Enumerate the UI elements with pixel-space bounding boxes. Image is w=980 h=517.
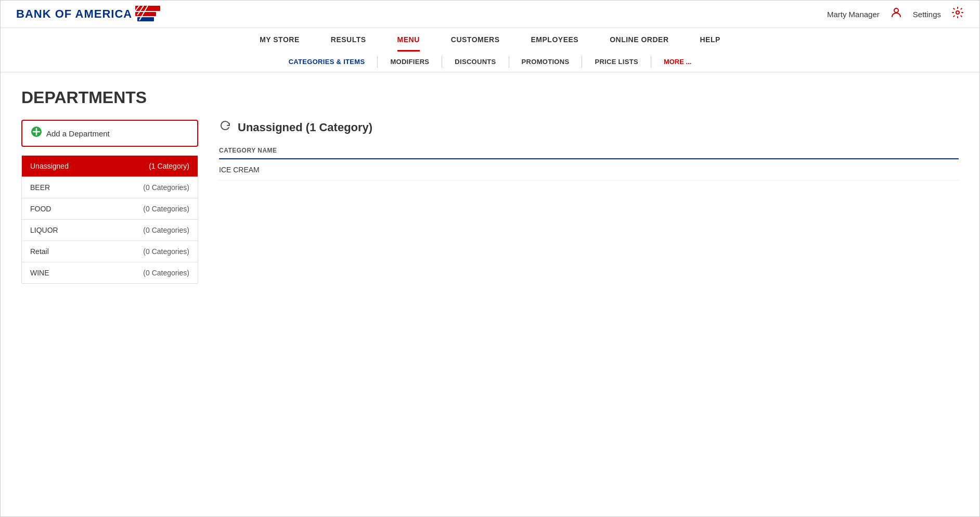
dept-name: Unassigned <box>30 162 69 170</box>
dept-count: (1 Category) <box>149 162 189 170</box>
subnav-modifiers[interactable]: MODIFIERS <box>378 56 442 68</box>
departments-container: Add a Department Unassigned (1 Category)… <box>21 120 959 284</box>
header: BANK OF AMERICA Marty Manager Settings <box>1 1 979 28</box>
category-name-header: CATEGORY NAME <box>219 144 959 159</box>
settings-label: Settings <box>913 10 941 19</box>
add-department-label: Add a Department <box>46 129 110 138</box>
svg-point-6 <box>894 8 898 12</box>
nav-my-store[interactable]: MY STORE <box>260 35 300 52</box>
subnav-discounts[interactable]: DISCOUNTS <box>442 56 509 68</box>
nav-help[interactable]: HELP <box>700 35 720 52</box>
dept-count: (0 Categories) <box>143 269 189 277</box>
header-right: Marty Manager Settings <box>827 6 964 22</box>
refresh-icon[interactable] <box>219 120 231 135</box>
logo-flag-icon <box>135 6 160 22</box>
nav-online-order[interactable]: ONLINE ORDER <box>610 35 668 52</box>
dept-row-wine[interactable]: WINE (0 Categories) <box>22 262 198 283</box>
dept-row-unassigned[interactable]: Unassigned (1 Category) <box>22 156 198 177</box>
right-panel-title: Unassigned (1 Category) <box>238 121 372 134</box>
page-wrapper: BANK OF AMERICA Marty Manager Settings <box>0 0 980 517</box>
left-panel: Add a Department Unassigned (1 Category)… <box>21 120 198 284</box>
svg-point-7 <box>956 11 959 14</box>
dept-name: WINE <box>30 269 49 277</box>
dept-count: (0 Categories) <box>143 183 189 192</box>
dept-name: BEER <box>30 183 50 192</box>
gear-icon[interactable] <box>951 6 964 22</box>
page-title: DEPARTMENTS <box>21 88 959 107</box>
user-name: Marty Manager <box>827 10 880 19</box>
sub-nav: CATEGORIES & ITEMS MODIFIERS DISCOUNTS P… <box>1 52 979 72</box>
subnav-categories-items[interactable]: CATEGORIES & ITEMS <box>276 56 378 68</box>
right-panel: Unassigned (1 Category) CATEGORY NAME IC… <box>198 120 959 181</box>
dept-count: (0 Categories) <box>143 247 189 256</box>
add-department-button[interactable]: Add a Department <box>21 120 198 147</box>
nav-results[interactable]: RESULTS <box>331 35 366 52</box>
department-list: Unassigned (1 Category) BEER (0 Categori… <box>21 155 198 284</box>
category-table: CATEGORY NAME ICE CREAM <box>219 144 959 181</box>
dept-count: (0 Categories) <box>143 226 189 234</box>
dept-row-food[interactable]: FOOD (0 Categories) <box>22 198 198 220</box>
right-panel-header: Unassigned (1 Category) <box>219 120 959 135</box>
nav-customers[interactable]: CUSTOMERS <box>451 35 500 52</box>
user-icon <box>890 6 902 22</box>
dept-name: LIQUOR <box>30 226 58 234</box>
dept-count: (0 Categories) <box>143 205 189 213</box>
plus-icon <box>31 126 42 141</box>
logo-text: BANK OF AMERICA <box>16 7 132 21</box>
subnav-promotions[interactable]: PROMOTIONS <box>509 56 583 68</box>
table-row[interactable]: ICE CREAM <box>219 159 959 181</box>
dept-name: Retail <box>30 247 49 256</box>
category-name-cell: ICE CREAM <box>219 159 959 181</box>
subnav-price-lists[interactable]: PRICE LISTS <box>582 56 651 68</box>
logo-area: BANK OF AMERICA <box>16 6 160 22</box>
dept-name: FOOD <box>30 205 51 213</box>
dept-row-beer[interactable]: BEER (0 Categories) <box>22 177 198 198</box>
nav-menu[interactable]: MENU <box>397 35 420 52</box>
subnav-more[interactable]: MORE ... <box>651 56 704 68</box>
nav-employees[interactable]: EMPLOYEES <box>531 35 579 52</box>
dept-row-retail[interactable]: Retail (0 Categories) <box>22 241 198 262</box>
main-content: DEPARTMENTS Add a Department <box>1 72 979 516</box>
dept-row-liquor[interactable]: LIQUOR (0 Categories) <box>22 220 198 241</box>
main-nav: MY STORE RESULTS MENU CUSTOMERS EMPLOYEE… <box>1 28 979 52</box>
